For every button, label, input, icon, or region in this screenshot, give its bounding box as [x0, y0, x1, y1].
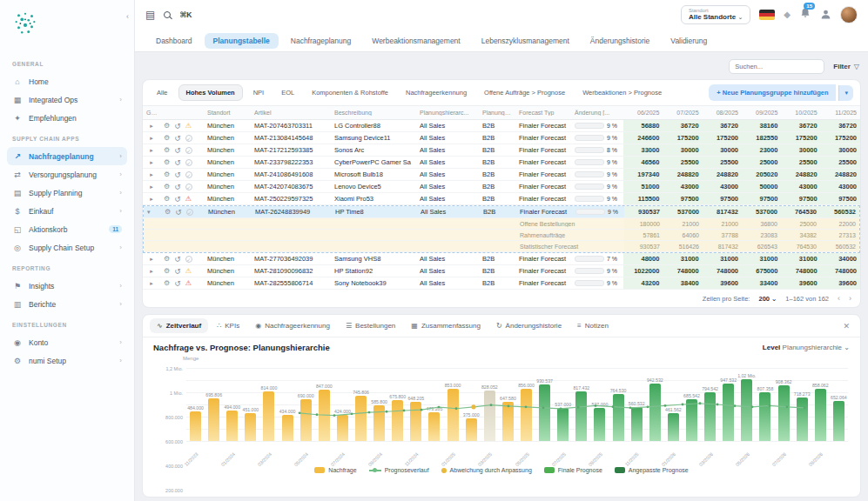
gear-icon[interactable]: ⚙ [164, 158, 170, 166]
avatar[interactable] [840, 6, 858, 23]
chip-nachfrageerkennung[interactable]: Nachfrageerkennung [399, 85, 474, 100]
gear-icon[interactable]: ⚙ [164, 146, 170, 154]
chip-werbeaktionen-prognose[interactable]: Werbeaktionen > Prognose [575, 85, 669, 100]
gear-icon[interactable]: ⚙ [164, 267, 170, 275]
sidebar-item-berichte[interactable]: ▥Berichte› [7, 295, 127, 313]
expand-chevron-icon[interactable]: ▸ [143, 196, 160, 203]
bar-nachfrage[interactable]: 648.205 [410, 402, 421, 441]
table-row[interactable]: ▸⚙↺✓MünchenMAT-233798222353CyberPowerPC … [143, 157, 860, 169]
tab-planungstabelle[interactable]: Planungstabelle [205, 33, 279, 49]
bar-nachfrage[interactable]: 647.580 [502, 402, 514, 441]
bar-prognose[interactable]: 718.273 [797, 397, 808, 441]
sidebar-item-empfehlungen[interactable]: ✦Empfehlungen [7, 109, 127, 127]
bar-prognose[interactable]: 537.000 [557, 408, 569, 441]
expand-chevron-icon[interactable]: ▸ [143, 147, 160, 154]
sidebar-collapse-icon[interactable]: ‹ [126, 12, 129, 21]
tab-änderungshistorie[interactable]: Änderungshistorie [582, 33, 659, 49]
bar-nachfrage[interactable]: 494.000 [226, 411, 238, 441]
sidebar-item-nachfrageplanung[interactable]: ↗Nachfrageplanung› [7, 147, 127, 165]
bar-prognose[interactable]: 461.562 [668, 413, 679, 441]
sidebar-item-integrated-ops[interactable]: ▦Integrated Ops› [7, 90, 127, 109]
bar-nachfrage[interactable]: 585.800 [373, 405, 385, 441]
bar-nachfrage[interactable]: 853.000 [447, 389, 459, 441]
bar-nachfrage[interactable]: 451.000 [245, 413, 256, 441]
table-row[interactable]: ▸⚙↺✓MünchenMAT-217212593385Sonos ArcAll … [143, 144, 860, 157]
sidebar-item-versorgungsplanung[interactable]: ⇄Versorgungsplanung› [7, 165, 127, 184]
history-icon[interactable]: ↺ [175, 208, 182, 217]
tab-werbeaktionsmanagement[interactable]: Werbeaktionsmanagement [363, 33, 468, 49]
bar-prognose[interactable]: 858.062 [815, 389, 826, 441]
history-icon[interactable]: ↺ [174, 134, 181, 143]
bar-prognose[interactable]: 942.532 [649, 384, 661, 441]
gear-icon[interactable]: ⚙ [165, 208, 171, 216]
add-planning-group-button[interactable]: + Neue Planungsgruppe hinzufügen [709, 84, 836, 101]
workspace-icon[interactable]: ▤ [145, 9, 155, 21]
bar-prognose[interactable]: 794.542 [704, 392, 716, 441]
chip-eol[interactable]: EOL [274, 85, 301, 100]
sidebar-item-aktionskorb[interactable]: ◱Aktionskorb11 [7, 220, 127, 238]
bar-nachfrage[interactable]: 847.000 [319, 390, 330, 441]
tab-nachfrageplanung[interactable]: Nachfrageplanung [282, 33, 360, 49]
table-row[interactable]: ▸⚙↺⚠MünchenMAT-282555806714Sony Notebook… [143, 277, 860, 290]
sidebar-item-insights[interactable]: ⚑Insights› [7, 277, 127, 295]
history-icon[interactable]: ↺ [174, 158, 181, 167]
bar-prognose[interactable]: 807.358 [759, 392, 770, 442]
sidebar-item-home[interactable]: ⌂Home [7, 72, 127, 90]
history-icon[interactable]: ↺ [174, 122, 181, 130]
sidebar-item-supply-chain-setup[interactable]: ◎Supply Chain Setup› [7, 238, 127, 257]
sidebar-item-einkauf[interactable]: $Einkauf› [7, 202, 127, 220]
bar-nachfrage[interactable]: 375.000 [466, 418, 477, 441]
sidebar-item-konto[interactable]: ◉Konto› [7, 333, 127, 351]
bar-nachfrage[interactable]: 814.000 [263, 391, 274, 441]
history-icon[interactable]: ↺ [174, 195, 181, 204]
panel-tab-änderungshistorie[interactable]: ↻Änderungshistorie [489, 318, 569, 333]
tab-validierung[interactable]: Validierung [662, 33, 716, 49]
table-row[interactable]: ▸⚙↺✓MünchenMAT-277036492039Samsung VHS8A… [143, 253, 860, 265]
gear-icon[interactable]: ⚙ [164, 195, 170, 203]
bar-prognose[interactable]: 537.000 [594, 408, 605, 441]
gear-icon[interactable]: ⚙ [164, 134, 170, 142]
tab-dashboard[interactable]: Dashboard [147, 33, 201, 49]
chip-alle[interactable]: Alle [150, 85, 175, 100]
bar-nachfrage[interactable]: 424.000 [337, 415, 348, 441]
expand-chevron-icon[interactable]: ▸ [143, 256, 160, 263]
chip-hohes-volumen[interactable]: Hohes Volumen [178, 84, 243, 101]
gear-icon[interactable]: ⚙ [164, 122, 170, 130]
chip-npi[interactable]: NPI [246, 85, 272, 100]
bar-prognose[interactable]: 817.432 [575, 391, 587, 441]
table-row[interactable]: ▸⚙↺✓MünchenMAT-213084145648Samsung Devic… [143, 132, 860, 144]
history-icon[interactable]: ↺ [174, 279, 181, 288]
bar-prognose[interactable]: 930.537 [539, 384, 550, 441]
table-row[interactable]: ▸⚙↺✓MünchenMAT-241086491608Microsoft Bul… [143, 169, 860, 181]
expand-chevron-icon[interactable]: ▸ [143, 159, 160, 166]
history-icon[interactable]: ↺ [174, 267, 181, 276]
expand-chevron-icon[interactable]: ▸ [143, 280, 160, 287]
expand-chevron-icon[interactable]: ▸ [143, 135, 160, 142]
panel-tab-zusammenfassung[interactable]: ▦Zusammenfassung [404, 318, 488, 333]
expand-chevron-icon[interactable]: ▸ [143, 184, 160, 190]
gear-icon[interactable]: ⚙ [164, 255, 170, 263]
bar-nachfrage[interactable]: 675.800 [392, 400, 403, 441]
assistant-icon[interactable] [820, 9, 831, 20]
next-page-icon[interactable]: › [849, 294, 851, 303]
rows-per-page-select[interactable]: 200 ⌄ [758, 295, 777, 303]
history-icon[interactable]: ↺ [174, 146, 181, 155]
panel-tab-kpis[interactable]: ∴KPIs [210, 318, 246, 333]
bar-prognose[interactable]: 560.532 [631, 407, 643, 441]
sidebar-item-numi-setup[interactable]: ⚙numi Setup› [7, 351, 127, 370]
filter-button[interactable]: Filter ▽ [833, 63, 859, 70]
bar-abweichung[interactable]: 828.052 [484, 391, 495, 441]
chip-offene-auftr-ge-prognose[interactable]: Offene Aufträge > Prognose [477, 85, 572, 100]
bar-nachfrage[interactable]: 856.000 [521, 389, 532, 441]
panel-tab-zeitverlauf[interactable]: ∿Zeitverlauf [150, 318, 208, 333]
table-row[interactable]: ▸⚙↺⚠MünchenMAT-250229597325Xiaomi Pro53A… [143, 193, 860, 205]
bar-prognose[interactable]: 764.530 [613, 394, 624, 441]
standort-select[interactable]: Standort Alle Standorte ⌄ [681, 5, 750, 23]
panel-tab-bestellungen[interactable]: ☰Bestellungen [339, 318, 402, 333]
bar-prognose[interactable]: 652.064 [833, 401, 844, 441]
bar-prognose[interactable]: 685.542 [686, 399, 697, 441]
expand-chevron-icon[interactable]: ▸ [143, 171, 160, 178]
panel-tab-notizen[interactable]: ≡Notizen [570, 318, 616, 333]
gear-icon[interactable]: ⚙ [164, 279, 170, 287]
expand-chevron-icon[interactable]: ▸ [143, 268, 160, 275]
